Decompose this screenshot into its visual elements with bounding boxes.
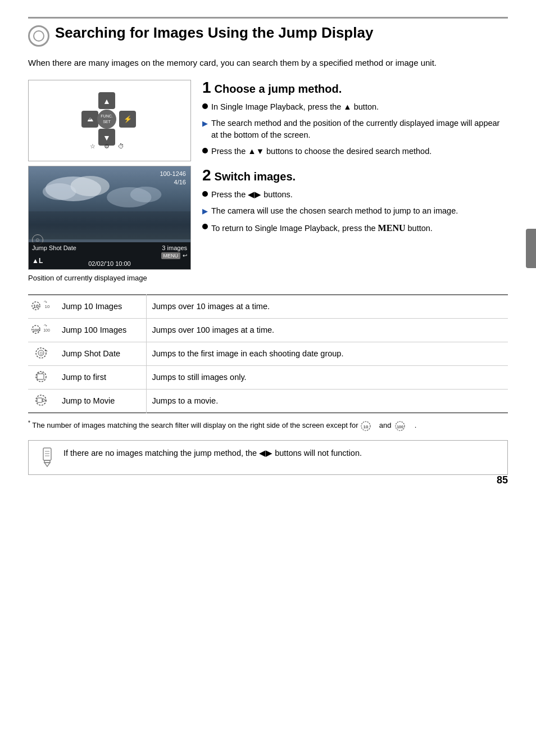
table-cell-icon: 100 ↷ 100: [28, 318, 56, 342]
step-2-title: Switch images.: [215, 170, 296, 183]
svg-text:⛰: ⛰: [87, 116, 93, 123]
table-row: ⊙ Jump Shot Date Jumps to the first imag…: [28, 342, 508, 365]
step-2-section: 2 Switch images. Press the ◀▶ buttons. ▶…: [202, 168, 508, 234]
screen-counter-bottom: 4/16: [160, 178, 187, 187]
screen-jump-label: Jump Shot Date: [32, 245, 76, 251]
table-row: Jump to Movie Jumps to a movie.: [28, 389, 508, 413]
jumpdate-icon: ⊙: [31, 346, 51, 360]
step-1-bullet-3-text: Press the ▲▼ buttons to choose the desir…: [211, 146, 431, 157]
jump100-icon: 100 ↷ 100: [31, 323, 51, 336]
footnote-end: .: [415, 421, 417, 429]
step-1-bullet-2-text: The search method and the position of th…: [211, 117, 508, 141]
bullet-circle-icon: [202, 224, 208, 229]
footnote-icon-100: 100: [393, 421, 412, 431]
step-2-bullet-3: To return to Single Image Playback, pres…: [202, 221, 508, 234]
svg-text:⊙: ⊙: [39, 351, 43, 356]
table-cell-icon: 10 ↷ 10: [28, 295, 56, 318]
svg-point-32: [36, 372, 46, 382]
title-section: Searching for Images Using the Jump Disp…: [28, 17, 508, 47]
svg-text:10: 10: [364, 424, 369, 429]
step-1-title: Choose a jump method.: [215, 83, 342, 96]
svg-rect-20: [29, 211, 190, 239]
step-2-bullet-1: Press the ◀▶ buttons.: [202, 189, 508, 201]
table-row: Jump to first Jumps to still images only…: [28, 365, 508, 389]
table-cell-name: Jump to Movie: [56, 389, 146, 413]
arrow-icon: ▶: [202, 119, 208, 129]
screen-date: 02/02/'10 10:00: [32, 260, 187, 267]
screen-counter-top: 100-1246: [160, 170, 187, 178]
note-text: If there are no images matching the jump…: [63, 447, 362, 460]
svg-text:100: 100: [33, 328, 39, 332]
screen-images-count: 3 images: [162, 245, 187, 251]
svg-text:100: 100: [43, 328, 50, 332]
table-cell-icon: [28, 389, 56, 413]
left-column: ▲ ▼ ⛰ ⚡ FUNC. SET ☆ ⚙ ⏱: [28, 80, 191, 283]
svg-text:↷: ↷: [44, 324, 47, 328]
jumpfirst-icon: [31, 370, 51, 383]
svg-text:SET: SET: [103, 120, 111, 124]
footnote: * The number of images matching the sear…: [28, 419, 508, 431]
note-box: If there are no images matching the jump…: [28, 440, 508, 475]
table-cell-desc: Jumps to the first image in each shootin…: [146, 342, 508, 365]
dpad-diagram: ▲ ▼ ⛰ ⚡ FUNC. SET ☆ ⚙ ⏱: [79, 89, 140, 151]
jump-methods-table: 10 ↷ 10 Jump 10 Images Jumps over 10 ima…: [28, 295, 508, 413]
step-1-bullet-1-text: In Single Image Playback, press the ▲ bu…: [211, 101, 379, 113]
svg-rect-43: [43, 448, 51, 460]
step-2-bullet-2: ▶ The camera will use the chosen search …: [202, 205, 508, 217]
step-1-number: 1: [202, 80, 211, 96]
svg-text:⚙: ⚙: [104, 143, 110, 150]
camera-screen-diagram: 100-1246 4/16 ⊙ Jump Shot Date 3 images …: [28, 166, 191, 270]
table-row: 100 ↷ 100 Jump 100 Images Jumps over 100…: [28, 318, 508, 342]
intro-text: When there are many images on the memory…: [28, 57, 508, 70]
svg-text:↷: ↷: [44, 300, 47, 304]
step-2-number: 2: [202, 168, 211, 183]
svg-point-16: [70, 176, 110, 196]
section-icon: [28, 25, 49, 47]
svg-text:☆: ☆: [90, 143, 96, 150]
step-2-bullets: Press the ◀▶ buttons. ▶ The camera will …: [202, 189, 508, 234]
table-row: 10 ↷ 10 Jump 10 Images Jumps over 10 ima…: [28, 295, 508, 318]
screen-header: 100-1246 4/16: [160, 170, 187, 187]
table-cell-icon: ⊙: [28, 342, 56, 365]
svg-text:100: 100: [397, 425, 403, 429]
step-1-section: 1 Choose a jump method. In Single Image …: [202, 80, 508, 157]
table-cell-desc: Jumps over 100 images at a time.: [146, 318, 508, 342]
footnote-text: The number of images matching the search…: [32, 421, 360, 429]
svg-text:▼: ▼: [103, 133, 111, 142]
step-2-bullet-3-text: To return to Single Image Playback, pres…: [211, 221, 433, 234]
table-cell-icon: [28, 365, 56, 389]
bullet-circle-icon: [202, 103, 208, 109]
table-cell-name: Jump Shot Date: [56, 342, 146, 365]
screen-bottom-row1: Jump Shot Date 3 images: [32, 245, 187, 251]
svg-marker-45: [44, 463, 50, 467]
diagram-caption: Position of currently displayed image: [28, 273, 191, 283]
jump-label-text: Jump Shot Date: [32, 245, 76, 251]
pencil-icon: [38, 447, 56, 468]
page-title: Searching for Images Using the Jump Disp…: [55, 24, 373, 42]
step-1-bullet-3: Press the ▲▼ buttons to choose the desir…: [202, 146, 508, 157]
step-1-bullet-1: In Single Image Playback, press the ▲ bu…: [202, 101, 508, 113]
table-cell-desc: Jumps to still images only.: [146, 365, 508, 389]
screen-menu-button: MENU: [161, 252, 181, 259]
svg-text:FUNC.: FUNC.: [101, 114, 112, 118]
svg-text:⏱: ⏱: [118, 143, 124, 150]
camera-top-diagram: ▲ ▼ ⛰ ⚡ FUNC. SET ☆ ⚙ ⏱: [28, 80, 191, 161]
table-cell-name: Jump 10 Images: [56, 295, 146, 318]
right-column: 1 Choose a jump method. In Single Image …: [202, 80, 508, 283]
footnote-star: *: [28, 420, 30, 426]
main-content: ▲ ▼ ⛰ ⚡ FUNC. SET ☆ ⚙ ⏱: [28, 80, 508, 283]
bullet-circle-icon: [202, 148, 208, 153]
step-2-bullet-1-text: Press the ◀▶ buttons.: [211, 189, 293, 201]
svg-point-36: [36, 395, 46, 405]
jumpmovie-icon: [31, 393, 51, 407]
jump10-icon: 10 ↷ 10: [31, 299, 51, 313]
bullet-circle-icon: [202, 191, 208, 197]
svg-point-17: [43, 183, 76, 200]
screen-bottom-bar: Jump Shot Date 3 images MENU ↩ 02/02/'10…: [29, 242, 190, 269]
svg-point-8: [97, 110, 116, 129]
page-number: 85: [497, 474, 508, 486]
note-pencil-icon: [37, 447, 57, 468]
screen-return-icon: ↩: [183, 252, 187, 259]
table-cell-desc: Jumps over 10 images at a time.: [146, 295, 508, 318]
table-cell-name: Jump to first: [56, 365, 146, 389]
